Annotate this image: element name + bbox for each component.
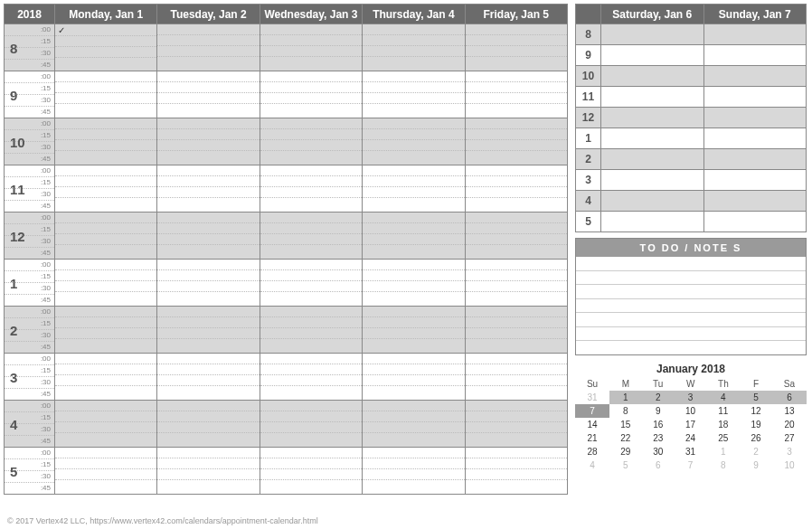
time-slot[interactable] bbox=[55, 71, 157, 118]
time-slot[interactable] bbox=[157, 307, 260, 354]
time-slot[interactable] bbox=[157, 71, 260, 118]
time-slot[interactable] bbox=[363, 213, 465, 260]
mini-day[interactable]: 26 bbox=[740, 431, 772, 445]
time-slot[interactable] bbox=[363, 260, 465, 307]
mini-day[interactable]: 2 bbox=[642, 391, 675, 404]
time-slot[interactable] bbox=[363, 165, 465, 213]
mini-day[interactable]: 21 bbox=[575, 431, 609, 445]
mini-day[interactable]: 3 bbox=[675, 391, 707, 404]
time-slot[interactable] bbox=[465, 165, 567, 213]
mini-day[interactable]: 27 bbox=[772, 431, 807, 445]
mini-day[interactable]: 10 bbox=[772, 458, 807, 472]
time-slot[interactable] bbox=[55, 401, 157, 448]
time-slot[interactable] bbox=[260, 354, 362, 401]
time-slot[interactable] bbox=[55, 448, 157, 495]
time-slot[interactable] bbox=[465, 354, 567, 401]
mini-day[interactable]: 5 bbox=[609, 458, 642, 472]
weekend-slot[interactable] bbox=[703, 108, 807, 128]
weekend-slot[interactable] bbox=[703, 212, 807, 232]
mini-day[interactable]: 31 bbox=[575, 391, 609, 404]
time-slot[interactable] bbox=[55, 165, 157, 213]
time-slot[interactable] bbox=[157, 401, 260, 448]
mini-day[interactable]: 7 bbox=[575, 404, 609, 418]
mini-day[interactable]: 14 bbox=[575, 418, 609, 431]
weekend-slot[interactable] bbox=[601, 87, 704, 108]
mini-day[interactable]: 19 bbox=[740, 418, 772, 431]
time-slot[interactable] bbox=[55, 354, 157, 401]
time-slot[interactable] bbox=[363, 354, 465, 401]
mini-day[interactable]: 12 bbox=[740, 404, 772, 418]
mini-day[interactable]: 24 bbox=[675, 431, 707, 445]
weekend-slot[interactable] bbox=[601, 191, 704, 212]
mini-day[interactable]: 9 bbox=[642, 404, 675, 418]
time-slot[interactable] bbox=[55, 213, 157, 260]
time-slot[interactable] bbox=[260, 260, 362, 307]
weekend-slot[interactable] bbox=[601, 212, 704, 232]
mini-day[interactable]: 4 bbox=[575, 458, 609, 472]
time-slot[interactable] bbox=[55, 260, 157, 307]
mini-day[interactable]: 22 bbox=[609, 431, 642, 445]
time-slot[interactable] bbox=[465, 118, 567, 165]
weekend-slot[interactable] bbox=[601, 149, 704, 170]
mini-day[interactable]: 8 bbox=[609, 404, 642, 418]
mini-day[interactable]: 6 bbox=[772, 391, 807, 404]
time-slot[interactable] bbox=[260, 71, 362, 118]
weekend-slot[interactable] bbox=[601, 45, 704, 66]
mini-day[interactable]: 10 bbox=[675, 404, 707, 418]
weekend-slot[interactable] bbox=[703, 128, 807, 149]
time-slot[interactable] bbox=[157, 165, 260, 213]
time-slot[interactable] bbox=[363, 24, 465, 71]
time-slot[interactable] bbox=[157, 213, 260, 260]
time-slot[interactable] bbox=[157, 118, 260, 165]
mini-day[interactable]: 6 bbox=[642, 458, 675, 472]
mini-day[interactable]: 13 bbox=[772, 404, 807, 418]
weekend-slot[interactable] bbox=[703, 191, 807, 212]
time-slot[interactable] bbox=[55, 118, 157, 165]
time-slot[interactable] bbox=[465, 307, 567, 354]
time-slot[interactable] bbox=[465, 401, 567, 448]
time-slot[interactable] bbox=[260, 213, 362, 260]
time-slot[interactable] bbox=[465, 71, 567, 118]
mini-day[interactable]: 23 bbox=[642, 431, 675, 445]
mini-day[interactable]: 9 bbox=[740, 458, 772, 472]
weekend-slot[interactable] bbox=[601, 128, 704, 149]
weekend-slot[interactable] bbox=[601, 108, 704, 128]
mini-day[interactable]: 11 bbox=[706, 404, 740, 418]
weekend-slot[interactable] bbox=[703, 45, 807, 66]
mini-day[interactable]: 1 bbox=[609, 391, 642, 404]
todo-lines[interactable] bbox=[576, 257, 806, 354]
mini-day[interactable]: 28 bbox=[575, 445, 609, 458]
mini-day[interactable]: 4 bbox=[706, 391, 740, 404]
time-slot[interactable] bbox=[157, 260, 260, 307]
time-slot[interactable] bbox=[260, 165, 362, 213]
mini-day[interactable]: 1 bbox=[706, 445, 740, 458]
weekend-slot[interactable] bbox=[601, 66, 704, 87]
time-slot[interactable] bbox=[260, 307, 362, 354]
time-slot[interactable] bbox=[157, 354, 260, 401]
time-slot[interactable] bbox=[465, 213, 567, 260]
mini-day[interactable]: 8 bbox=[706, 458, 740, 472]
mini-day[interactable]: 20 bbox=[772, 418, 807, 431]
time-slot[interactable] bbox=[157, 24, 260, 71]
mini-day[interactable]: 31 bbox=[675, 445, 707, 458]
time-slot[interactable] bbox=[363, 71, 465, 118]
time-slot[interactable] bbox=[363, 118, 465, 165]
mini-day[interactable]: 3 bbox=[772, 445, 807, 458]
mini-day[interactable]: 30 bbox=[642, 445, 675, 458]
time-slot[interactable] bbox=[363, 448, 465, 495]
mini-day[interactable]: 16 bbox=[642, 418, 675, 431]
time-slot[interactable] bbox=[260, 118, 362, 165]
time-slot[interactable] bbox=[157, 448, 260, 495]
weekend-slot[interactable] bbox=[601, 170, 704, 191]
mini-day[interactable]: 29 bbox=[609, 445, 642, 458]
mini-day[interactable]: 2 bbox=[740, 445, 772, 458]
time-slot[interactable] bbox=[465, 260, 567, 307]
mini-day[interactable]: 17 bbox=[675, 418, 707, 431]
time-slot[interactable] bbox=[260, 448, 362, 495]
weekend-slot[interactable] bbox=[703, 149, 807, 170]
weekend-slot[interactable] bbox=[703, 170, 807, 191]
time-slot[interactable] bbox=[55, 307, 157, 354]
weekend-slot[interactable] bbox=[703, 24, 807, 45]
time-slot[interactable] bbox=[363, 307, 465, 354]
time-slot[interactable] bbox=[260, 401, 362, 448]
